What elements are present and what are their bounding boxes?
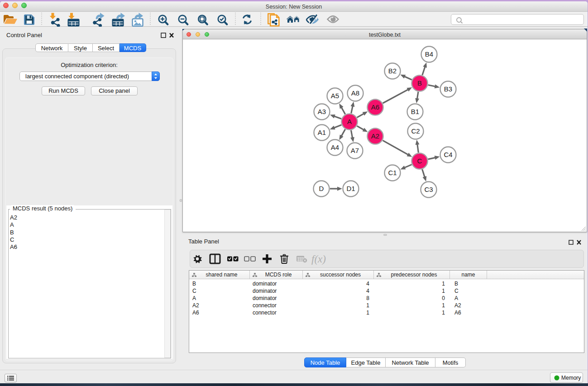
svg-text:B1: B1 — [411, 108, 419, 115]
svg-text:D1: D1 — [346, 185, 355, 192]
svg-text:A5: A5 — [331, 92, 339, 100]
svg-text:A: A — [347, 118, 352, 125]
svg-text:A3: A3 — [318, 108, 326, 115]
svg-text:C1: C1 — [388, 169, 397, 176]
svg-text:C2: C2 — [411, 127, 420, 135]
svg-text:A4: A4 — [331, 143, 339, 151]
svg-text:A1: A1 — [318, 129, 326, 136]
svg-text:A6: A6 — [371, 103, 379, 111]
svg-text:B3: B3 — [444, 85, 452, 93]
svg-text:C3: C3 — [424, 186, 433, 193]
svg-text:A8: A8 — [351, 89, 359, 97]
svg-text:A2: A2 — [371, 132, 379, 140]
svg-text:C4: C4 — [444, 151, 452, 158]
svg-text:B2: B2 — [388, 67, 397, 75]
svg-text:D: D — [319, 185, 324, 192]
svg-text:C: C — [417, 157, 422, 165]
svg-text:f(x): f(x) — [311, 253, 326, 265]
svg-text:B4: B4 — [425, 50, 433, 58]
svg-text:A7: A7 — [351, 147, 359, 154]
svg-text:B: B — [417, 79, 422, 87]
